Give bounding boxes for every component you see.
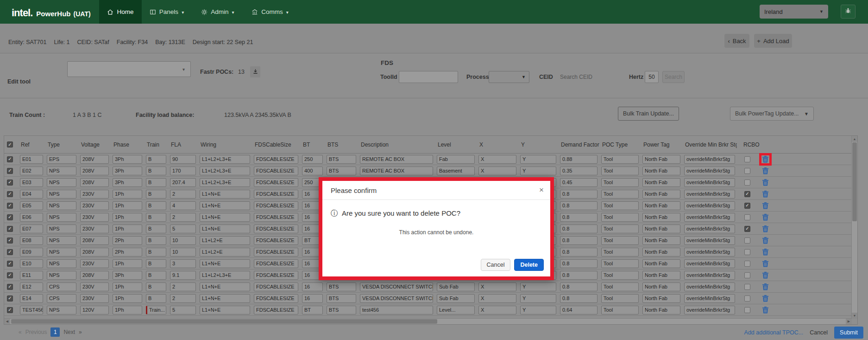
modal-delete-button[interactable]: Delete: [514, 259, 544, 271]
cell-input-demand_factor[interactable]: 0.8: [560, 225, 598, 233]
cell-input-phase[interactable]: 1Ph: [113, 306, 142, 314]
cell-input-ref[interactable]: E12: [20, 282, 43, 291]
cell-input-fla[interactable]: 5: [170, 225, 196, 233]
cell-input-train[interactable]: Train...: [146, 306, 166, 314]
next-page-button[interactable]: Next: [63, 329, 75, 335]
cell-input-x[interactable]: X: [478, 294, 516, 303]
delete-poc-icon[interactable]: [761, 167, 769, 175]
cell-input-bt[interactable]: 250: [302, 155, 323, 164]
nav-item-home[interactable]: Home: [99, 0, 142, 24]
cell-input-demand_factor[interactable]: 0.8: [560, 236, 598, 245]
rcbo-checkbox[interactable]: [744, 249, 750, 255]
cell-input-override[interactable]: overrideMinBrkrStg: [684, 178, 735, 187]
cell-input-phase[interactable]: 3Ph: [113, 155, 142, 164]
cell-input-ref[interactable]: E04: [20, 190, 43, 199]
cell-input-ref[interactable]: E03: [20, 178, 43, 187]
cell-input-train[interactable]: B: [146, 190, 166, 199]
cell-input-demand_factor[interactable]: 0.8: [560, 248, 598, 257]
cell-input-wiring[interactable]: L1+N+E: [200, 306, 250, 314]
cell-input-poc_type[interactable]: Tool: [601, 178, 639, 187]
cell-input-ref[interactable]: E01: [20, 155, 43, 164]
cell-input-voltage[interactable]: 208V: [80, 236, 109, 245]
cell-input-override[interactable]: overrideMinBrkrStg: [684, 155, 735, 164]
cell-input-fla[interactable]: 170: [170, 167, 196, 175]
cell-input-wiring[interactable]: L1+N+E: [200, 282, 250, 291]
ceid-search-input[interactable]: [558, 71, 613, 83]
cell-input-fla[interactable]: 90: [170, 155, 196, 164]
row-select-checkbox[interactable]: [7, 307, 13, 313]
row-select-checkbox[interactable]: [7, 226, 13, 232]
cell-input-y[interactable]: Y: [520, 294, 556, 303]
rcbo-checkbox[interactable]: [744, 261, 750, 267]
cell-input-x[interactable]: X: [478, 155, 516, 164]
cell-input-poc_type[interactable]: Tool: [601, 190, 639, 199]
cell-input-voltage[interactable]: 230V: [80, 282, 109, 291]
vertical-scrollbar-thumb[interactable]: [852, 142, 857, 221]
cell-input-poc_type[interactable]: Tool: [601, 225, 639, 233]
cell-input-poc_type[interactable]: Tool: [601, 155, 639, 164]
cell-input-ref[interactable]: E02: [20, 167, 43, 175]
rcbo-checkbox[interactable]: [744, 156, 750, 162]
cell-input-fla[interactable]: 10: [170, 236, 196, 245]
cell-input-demand_factor[interactable]: 0.8: [560, 201, 598, 210]
cell-input-fdscablesize[interactable]: FDSCABLESIZE: [254, 178, 298, 187]
region-select[interactable]: Ireland ▼: [760, 5, 828, 19]
nav-item-admin[interactable]: Admin ▾: [195, 0, 241, 24]
cell-input-wiring[interactable]: L1+N+E: [200, 190, 250, 199]
cell-input-bt[interactable]: 400: [302, 167, 323, 175]
cell-input-voltage[interactable]: 208V: [80, 271, 109, 280]
cell-input-level[interactable]: Fab: [437, 155, 475, 164]
cell-input-poc_type[interactable]: Tool: [601, 259, 639, 268]
cell-input-type[interactable]: NPS: [47, 306, 76, 314]
cell-input-phase[interactable]: 3Ph: [113, 167, 142, 175]
row-select-checkbox[interactable]: [7, 249, 13, 255]
cell-input-train[interactable]: B: [146, 225, 166, 233]
scroll-right-arrow[interactable]: ▶: [846, 319, 852, 324]
cell-input-phase[interactable]: 1Ph: [113, 190, 142, 199]
cell-input-x[interactable]: X: [478, 282, 516, 291]
cell-input-override[interactable]: overrideMinBrkrStg: [684, 259, 735, 268]
cell-input-train[interactable]: B: [146, 236, 166, 245]
cell-input-type[interactable]: EPS: [47, 155, 76, 164]
cell-input-voltage[interactable]: 230V: [80, 213, 109, 222]
cell-input-power_tag[interactable]: North Fab: [642, 306, 680, 314]
bulk-train-update-button[interactable]: Bulk Train Update...: [618, 107, 679, 121]
modal-cancel-button[interactable]: Cancel: [481, 259, 511, 271]
cell-input-description[interactable]: REMOTE AC BOX: [360, 155, 433, 164]
cell-input-poc_type[interactable]: Tool: [601, 201, 639, 210]
rcbo-checkbox[interactable]: [744, 203, 750, 209]
cell-input-phase[interactable]: 3Ph: [113, 178, 142, 187]
cell-input-wiring[interactable]: L1+L2+L3+E: [200, 178, 250, 187]
cell-input-power_tag[interactable]: North Fab: [642, 178, 680, 187]
cell-input-power_tag[interactable]: North Fab: [642, 294, 680, 303]
cell-input-poc_type[interactable]: Tool: [601, 236, 639, 245]
cell-input-train[interactable]: B: [146, 271, 166, 280]
cell-input-type[interactable]: NPS: [47, 236, 76, 245]
cell-input-override[interactable]: overrideMinBrkrStg: [684, 167, 735, 175]
cell-input-fdscablesize[interactable]: FDSCABLESIZE: [254, 306, 298, 314]
cell-input-poc_type[interactable]: Tool: [601, 282, 639, 291]
rcbo-checkbox[interactable]: [744, 284, 750, 290]
cell-input-type[interactable]: NPS: [47, 190, 76, 199]
cell-input-poc_type[interactable]: Tool: [601, 213, 639, 222]
cell-input-override[interactable]: overrideMinBrkrStg: [684, 225, 735, 233]
delete-poc-icon[interactable]: [761, 237, 769, 244]
row-select-checkbox[interactable]: [7, 168, 13, 174]
cell-input-phase[interactable]: 1Ph: [113, 282, 142, 291]
cell-input-poc_type[interactable]: Tool: [601, 167, 639, 175]
cell-input-fla[interactable]: 2: [170, 282, 196, 291]
delete-poc-icon[interactable]: [761, 306, 769, 314]
cell-input-wiring[interactable]: L1+N+E: [200, 259, 250, 268]
cell-input-fdscablesize[interactable]: FDSCABLESIZE: [254, 167, 298, 175]
scroll-down-arrow[interactable]: ▼: [852, 313, 857, 319]
toolid-input[interactable]: [399, 71, 458, 83]
nav-item-comms[interactable]: Comms ▾: [247, 0, 293, 24]
cell-input-bts[interactable]: BTS: [327, 155, 356, 164]
cell-input-phase[interactable]: 1Ph: [113, 201, 142, 210]
cell-input-y[interactable]: Y: [520, 155, 556, 164]
cell-input-ref[interactable]: E10: [20, 259, 43, 268]
delete-poc-icon[interactable]: [761, 179, 769, 186]
cell-input-power_tag[interactable]: North Fab: [642, 167, 680, 175]
cell-input-poc_type[interactable]: Tool: [601, 294, 639, 303]
cell-input-x[interactable]: X: [478, 167, 516, 175]
